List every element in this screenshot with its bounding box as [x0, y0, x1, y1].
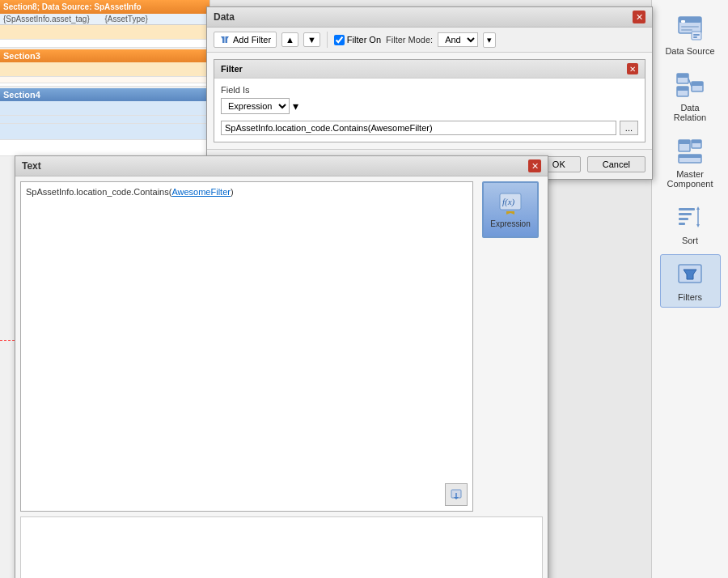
filters-label: Filters: [678, 292, 702, 302]
svg-text:f(x): f(x): [502, 197, 515, 207]
sort-label: Sort: [682, 236, 698, 245]
text-dialog: Text ✕ SpAssetInfo.location_code.Contain…: [15, 155, 548, 578]
expression-panel-button[interactable]: f(x) Expression: [482, 181, 539, 238]
svg-marker-37: [506, 211, 514, 215]
data-dialog: Data ✕ Add Filter ▲ ▼ Filter On Filter M…: [206, 6, 653, 180]
filter-mode-select[interactable]: And Or: [438, 32, 478, 47]
svg-rect-14: [677, 87, 688, 91]
data-source-icon: [675, 14, 705, 43]
section4-container: Section4: [0, 88, 210, 156]
section4-label: Section4: [3, 90, 40, 100]
filter-content: Field Is Expression Value ▾ ...: [214, 79, 645, 142]
add-filter-icon: [219, 34, 231, 45]
section3-header: Section3: [0, 49, 210, 62]
section8-label: Section8; Data Source: SpAssetInfo: [3, 2, 142, 11]
expression-input[interactable]: [221, 121, 616, 135]
panel-btn-filters[interactable]: Filters: [660, 254, 721, 308]
move-up-button[interactable]: ▲: [281, 32, 298, 47]
svg-rect-24: [679, 223, 685, 225]
master-component-label: Master Component: [664, 169, 717, 189]
svg-rect-22: [679, 213, 692, 215]
text-dialog-close[interactable]: ✕: [528, 159, 541, 172]
svg-rect-11: [692, 82, 703, 86]
data-dialog-toolbar: Add Filter ▲ ▼ Filter On Filter Mode: An…: [207, 28, 652, 53]
text-dialog-titlebar: Text ✕: [15, 156, 548, 176]
filters-icon: [675, 260, 705, 289]
svg-rect-20: [679, 155, 701, 158]
filter-subdialog-close[interactable]: ✕: [627, 63, 638, 74]
text-content-display: SpAssetInfo.location_code.Contains(Aweso…: [21, 182, 472, 202]
filter-on-label: Filter On: [347, 35, 381, 45]
filter-subdialog-titlebar: Filter ✕: [214, 60, 645, 79]
dropdown-arrow[interactable]: ▾: [293, 100, 298, 113]
data-relation-icon: [675, 70, 705, 100]
filter-subdialog-title: Filter: [221, 64, 243, 74]
section8-row2: [0, 40, 210, 48]
text-dialog-title: Text: [22, 160, 41, 172]
data-dialog-close[interactable]: ✕: [633, 11, 645, 23]
panel-btn-data-relation[interactable]: Data Relation: [660, 65, 721, 128]
filter-mode-label: Filter Mode:: [386, 35, 433, 45]
section3-row1: [0, 62, 210, 77]
panel-btn-sort[interactable]: Sort: [660, 198, 721, 251]
col-headers: {SpAssetInfo.asset_tag} {AssetType}: [0, 14, 210, 25]
section4-row3: [0, 124, 210, 140]
col2-label: {AssetType}: [105, 15, 207, 23]
text-editor-area[interactable]: [20, 516, 543, 578]
text-link[interactable]: AwesomeFilter: [171, 187, 231, 197]
section3-container: Section3: [0, 49, 210, 87]
toolbar-sep: [327, 32, 328, 48]
data-dialog-titlebar: Data ✕: [207, 7, 652, 28]
section3-row3: [0, 83, 210, 87]
text-dialog-body: SpAssetInfo.location_code.Contains(Aweso…: [15, 176, 548, 516]
field-is-row: Expression Value ▾: [221, 98, 638, 114]
filter-on-checkbox[interactable]: [334, 35, 345, 45]
section8-row1: [0, 25, 210, 40]
master-component-icon: [675, 137, 705, 166]
expression-select[interactable]: Expression Value: [221, 98, 290, 114]
section3-row2: [0, 77, 210, 83]
data-dialog-cancel[interactable]: Cancel: [587, 156, 645, 172]
section8-header: Section8; Data Source: SpAssetInfo: [0, 0, 210, 14]
svg-rect-3: [681, 26, 699, 28]
filter-mode-dropdown[interactable]: ▾: [483, 32, 496, 48]
svg-rect-21: [679, 208, 695, 210]
text-content-prefix: SpAssetInfo.location_code.Contains(: [26, 187, 171, 197]
move-down-button[interactable]: ▼: [303, 32, 320, 47]
svg-rect-18: [692, 140, 701, 143]
expression-panel-label: Expression: [490, 219, 530, 228]
text-content-suffix: ): [231, 187, 234, 197]
right-panel: Data Source Data Relation Master Compone…: [651, 0, 728, 578]
panel-btn-data-source[interactable]: Data Source: [660, 8, 721, 62]
svg-rect-16: [679, 140, 690, 144]
section3-label: Section3: [3, 51, 40, 61]
text-area-container: SpAssetInfo.location_code.Contains(Aweso…: [20, 181, 473, 512]
section4-row1: [0, 101, 210, 116]
data-relation-label: Data Relation: [664, 103, 717, 122]
data-dialog-title: Data: [214, 11, 235, 23]
svg-rect-9: [677, 74, 688, 78]
insert-button[interactable]: [445, 483, 468, 506]
svg-rect-6: [693, 34, 700, 36]
sort-icon: [675, 203, 705, 232]
section4-row2: [0, 116, 210, 124]
col1-label: {SpAssetInfo.asset_tag}: [3, 15, 105, 23]
browse-button[interactable]: ...: [620, 121, 638, 135]
panel-btn-master-component[interactable]: Master Component: [660, 131, 721, 194]
expression-value-row: ...: [221, 121, 638, 135]
data-source-label: Data Source: [665, 46, 714, 56]
svg-rect-2: [681, 20, 685, 23]
expression-icon: f(x): [498, 192, 523, 216]
expression-panel: f(x) Expression: [478, 181, 543, 512]
add-filter-button[interactable]: Add Filter: [214, 32, 277, 48]
svg-rect-4: [681, 29, 692, 31]
svg-rect-7: [693, 36, 697, 38]
filter-subdialog: Filter ✕ Field Is Expression Value ▾ ...: [214, 59, 645, 142]
svg-rect-23: [679, 218, 688, 220]
section4-row4: [0, 140, 210, 156]
filter-on-checkbox-label[interactable]: Filter On: [334, 35, 381, 45]
insert-icon: [450, 488, 463, 501]
field-is-label: Field Is: [221, 85, 638, 95]
section4-header: Section4: [0, 88, 210, 101]
add-filter-label: Add Filter: [233, 35, 271, 45]
